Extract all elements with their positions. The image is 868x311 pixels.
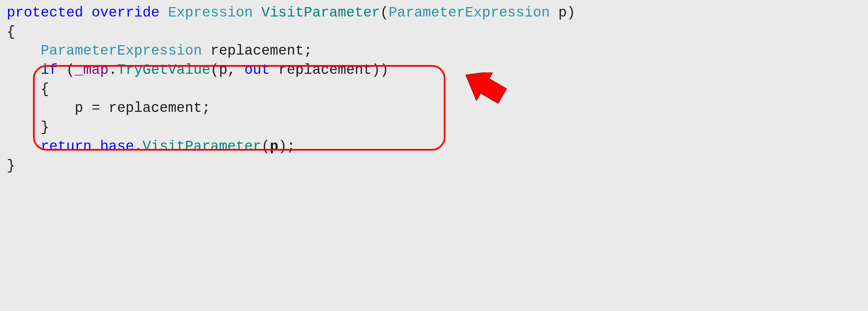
code-line-7: p = replacement; bbox=[7, 99, 861, 118]
arg-p: p, bbox=[219, 62, 244, 78]
code-line-10: return base.VisitParameter(p); bbox=[7, 137, 861, 156]
paren-open: ( bbox=[261, 139, 270, 155]
arg-p-bold: p bbox=[270, 139, 278, 155]
dot: . bbox=[134, 139, 143, 155]
code-line-8: } bbox=[7, 118, 861, 137]
assignment: p = replacement; bbox=[75, 100, 211, 116]
paren-open: ( bbox=[380, 5, 389, 21]
indent bbox=[7, 43, 41, 59]
semicolon: ; bbox=[287, 139, 295, 155]
code-line-11: } bbox=[7, 156, 861, 175]
code-line-5: if (_map.TryGetValue(p, out replacement)… bbox=[7, 61, 861, 80]
keyword-return: return bbox=[41, 139, 92, 155]
paren-close: ) bbox=[567, 5, 576, 21]
code-line-2: { bbox=[7, 23, 861, 42]
type-parameterexpression: ParameterExpression bbox=[41, 43, 202, 59]
paren-close: ) bbox=[380, 62, 389, 78]
paren-close: ) bbox=[278, 139, 287, 155]
code-line-3: ParameterExpression replacement; bbox=[7, 41, 861, 61]
code-line-6: { bbox=[7, 80, 861, 99]
code-block: protected override Expression VisitParam… bbox=[7, 3, 861, 175]
space bbox=[92, 139, 100, 155]
brace-close: } bbox=[41, 119, 49, 136]
indent bbox=[7, 62, 41, 78]
type-expression: Expression bbox=[168, 5, 253, 21]
type-parameterexpression: ParameterExpression bbox=[389, 5, 550, 21]
keyword-if: if bbox=[41, 62, 58, 78]
paren2-open: ( bbox=[211, 62, 219, 78]
keyword-override: override bbox=[92, 5, 160, 21]
keyword-out: out bbox=[244, 62, 270, 78]
code-line-1: protected override Expression VisitParam… bbox=[7, 3, 861, 23]
brace-open: { bbox=[41, 81, 49, 97]
paren2-close: ) bbox=[372, 62, 380, 78]
indent bbox=[7, 139, 41, 155]
var-replacement: replacement; bbox=[202, 43, 312, 59]
indent bbox=[7, 119, 41, 136]
indent bbox=[7, 81, 41, 97]
method-trygetvalue: TryGetValue bbox=[117, 62, 211, 78]
dot: . bbox=[109, 62, 117, 78]
field-map: _map bbox=[75, 62, 109, 78]
method-visitparameter: VisitParameter bbox=[143, 139, 261, 155]
param-p: p bbox=[550, 5, 567, 21]
indent bbox=[7, 100, 75, 116]
paren-open: ( bbox=[58, 62, 74, 78]
keyword-base: base bbox=[100, 139, 134, 155]
keyword-protected: protected bbox=[7, 5, 83, 21]
method-visitparameter: VisitParameter bbox=[261, 5, 380, 21]
arg-replacement: replacement bbox=[270, 62, 371, 78]
